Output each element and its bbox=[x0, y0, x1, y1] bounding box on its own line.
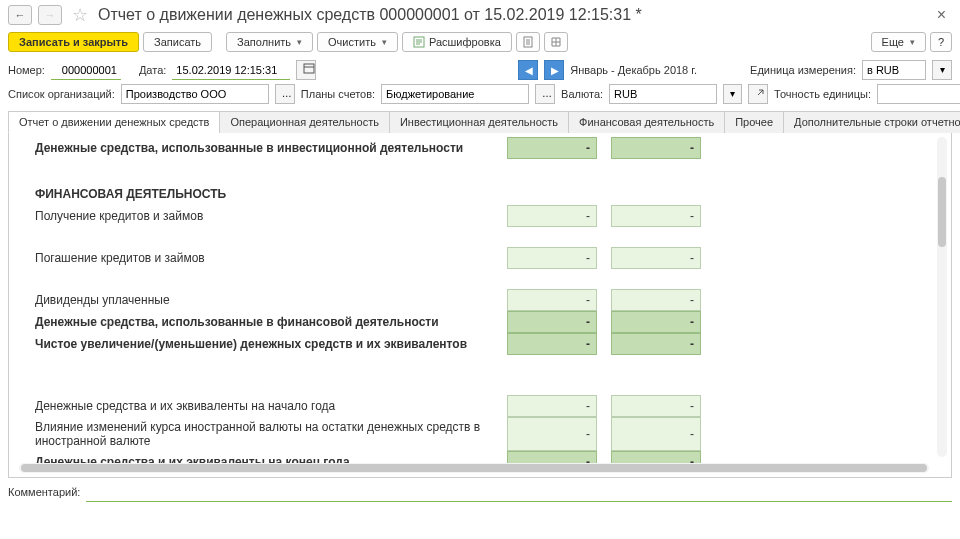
row-value-cell[interactable]: - bbox=[611, 289, 701, 311]
row-description: Получение кредитов и займов bbox=[19, 205, 507, 227]
row-value-cell[interactable]: - bbox=[611, 333, 701, 355]
row-value-cell[interactable]: - bbox=[507, 311, 597, 333]
more-button[interactable]: Еще bbox=[871, 32, 926, 52]
tab-4[interactable]: Прочее bbox=[724, 111, 784, 133]
report-row: Денежные средства, использованные в инве… bbox=[19, 137, 929, 159]
row-value-cell[interactable]: - bbox=[611, 205, 701, 227]
row-value-cell[interactable]: - bbox=[611, 417, 701, 451]
row-value-cell[interactable]: - bbox=[611, 247, 701, 269]
help-button[interactable]: ? bbox=[930, 32, 952, 52]
period-text: Январь - Декабрь 2018 г. bbox=[570, 64, 697, 76]
save-button[interactable]: Записать bbox=[143, 32, 212, 52]
tab-1[interactable]: Операционная деятельность bbox=[219, 111, 389, 133]
report-row: Денежные средства, использованные в фина… bbox=[19, 311, 929, 333]
row-value-cell[interactable]: - bbox=[507, 137, 597, 159]
row-value-cell[interactable]: - bbox=[611, 311, 701, 333]
report-row: Денежные средства и их эквиваленты на на… bbox=[19, 395, 929, 417]
date-calendar-button[interactable] bbox=[296, 60, 316, 80]
star-icon[interactable]: ☆ bbox=[72, 4, 88, 26]
orgs-input[interactable] bbox=[121, 84, 269, 104]
row-value-cell[interactable]: - bbox=[507, 247, 597, 269]
report-grid[interactable]: Денежные средства, использованные в инве… bbox=[19, 137, 929, 467]
page-title: Отчет о движении денежных средств 000000… bbox=[98, 6, 925, 24]
plans-label: Планы счетов: bbox=[301, 88, 375, 100]
toolbar-icon-1[interactable] bbox=[516, 32, 540, 52]
report-row: Погашение кредитов и займов-- bbox=[19, 247, 929, 269]
row-description: Погашение кредитов и займов bbox=[19, 247, 507, 269]
currency-label: Валюта: bbox=[561, 88, 603, 100]
toolbar-icon-2[interactable] bbox=[544, 32, 568, 52]
precision-input[interactable] bbox=[877, 84, 960, 104]
calendar-icon bbox=[303, 62, 315, 74]
comment-input[interactable] bbox=[86, 482, 952, 502]
grid-icon bbox=[550, 36, 562, 48]
row-description: Денежные средства, использованные в фина… bbox=[19, 311, 507, 333]
tab-2[interactable]: Инвестиционная деятельность bbox=[389, 111, 569, 133]
report-row: Чистое увеличение/(уменьшение) денежных … bbox=[19, 333, 929, 355]
period-prev-button[interactable]: ◀ bbox=[518, 60, 538, 80]
decode-label: Расшифровка bbox=[429, 36, 501, 48]
orgs-label: Список организаций: bbox=[8, 88, 115, 100]
section-heading: ФИНАНСОВАЯ ДЕЯТЕЛЬНОСТЬ bbox=[19, 179, 929, 205]
row-description: Дивиденды уплаченные bbox=[19, 289, 507, 311]
period-next-button[interactable]: ▶ bbox=[544, 60, 564, 80]
tab-bar: Отчет о движении денежных средствОпераци… bbox=[8, 110, 952, 133]
close-button[interactable]: × bbox=[931, 6, 952, 24]
row-description: Денежные средства и их эквиваленты на на… bbox=[19, 395, 507, 417]
row-value-cell[interactable]: - bbox=[611, 137, 701, 159]
currency-dropdown-button[interactable]: ▾ bbox=[723, 84, 742, 104]
report-row: Дивиденды уплаченные-- bbox=[19, 289, 929, 311]
tab-0[interactable]: Отчет о движении денежных средств bbox=[8, 111, 220, 133]
number-label: Номер: bbox=[8, 64, 45, 76]
row-description: Чистое увеличение/(уменьшение) денежных … bbox=[19, 333, 507, 355]
unit-input[interactable] bbox=[862, 60, 926, 80]
tab-3[interactable]: Финансовая деятельность bbox=[568, 111, 725, 133]
row-value-cell[interactable]: - bbox=[507, 289, 597, 311]
unit-label: Единица измерения: bbox=[750, 64, 856, 76]
comment-label: Комментарий: bbox=[8, 486, 80, 498]
clear-button[interactable]: Очистить bbox=[317, 32, 398, 52]
row-description: Влияние изменений курса иностранной валю… bbox=[19, 417, 507, 451]
save-and-close-button[interactable]: Записать и закрыть bbox=[8, 32, 139, 52]
vertical-scrollbar[interactable] bbox=[937, 137, 947, 457]
row-value-cell[interactable]: - bbox=[507, 395, 597, 417]
fill-button[interactable]: Заполнить bbox=[226, 32, 313, 52]
plans-input[interactable] bbox=[381, 84, 529, 104]
svg-rect-2 bbox=[304, 64, 314, 73]
row-value-cell[interactable]: - bbox=[507, 205, 597, 227]
row-value-cell[interactable]: - bbox=[507, 417, 597, 451]
tab-5[interactable]: Дополнительные строки отчетности bbox=[783, 111, 960, 133]
sheet-icon bbox=[522, 36, 534, 48]
date-input[interactable] bbox=[172, 60, 290, 80]
row-value-cell[interactable]: - bbox=[507, 333, 597, 355]
report-row: Влияние изменений курса иностранной валю… bbox=[19, 417, 929, 451]
currency-input[interactable] bbox=[609, 84, 717, 104]
horizontal-scrollbar[interactable] bbox=[19, 463, 929, 473]
open-icon bbox=[755, 86, 767, 98]
decode-icon bbox=[413, 36, 425, 48]
row-value-cell[interactable]: - bbox=[611, 395, 701, 417]
back-button[interactable]: ← bbox=[8, 5, 32, 25]
precision-label: Точность единицы: bbox=[774, 88, 871, 100]
plans-select-button[interactable]: … bbox=[535, 84, 555, 104]
forward-button[interactable]: → bbox=[38, 5, 62, 25]
currency-open-button[interactable] bbox=[748, 84, 768, 104]
orgs-select-button[interactable]: … bbox=[275, 84, 295, 104]
number-input[interactable] bbox=[51, 60, 121, 80]
unit-dropdown-button[interactable]: ▾ bbox=[932, 60, 952, 80]
report-row: Получение кредитов и займов-- bbox=[19, 205, 929, 227]
decode-button[interactable]: Расшифровка bbox=[402, 32, 512, 52]
row-description: Денежные средства, использованные в инве… bbox=[19, 137, 507, 159]
date-label: Дата: bbox=[139, 64, 166, 76]
